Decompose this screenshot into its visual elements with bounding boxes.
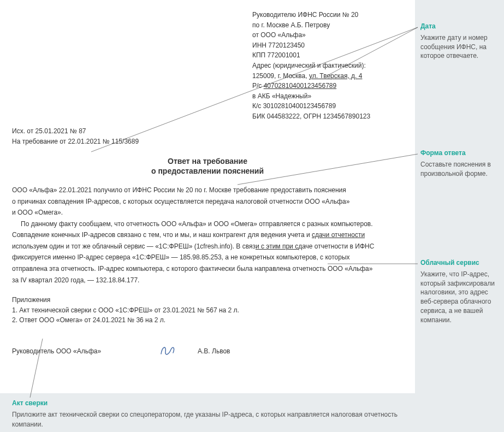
annotation-cloud: Облачный сервис Укажите, что IP-адрес, к… — [420, 258, 502, 325]
title-line: Ответ на требование — [168, 157, 247, 165]
recipient-block: Руководителю ИФНС России № 20 по г. Моск… — [252, 10, 403, 122]
recipient-line: по г. Москве А.Б. Петрову — [252, 20, 403, 31]
recipient-line: К/с 30102810400123456789 — [252, 101, 403, 111]
signer-name: А.В. Львов — [198, 347, 230, 355]
body-line: Совпадение конечных IP-адресов связано с… — [12, 230, 403, 240]
title-line: о предоставлении пояснений — [12, 167, 403, 175]
recipient-line: КПП 772001001 — [252, 50, 403, 61]
outgoing-meta: Исх. от 25.01.2021 № 87 На требование от… — [12, 126, 403, 147]
document-page: Руководителю ИФНС России № 20 по г. Моск… — [0, 0, 415, 393]
recipient-line: БИК 044583222, ОГРН 1234567890123 — [252, 111, 403, 122]
body-line: отправлена эта отчетность. IP-адрес комп… — [12, 264, 403, 274]
signature-mark — [149, 342, 187, 360]
recipient-line: от ООО «Альфа» — [252, 30, 403, 40]
annotation-title: Форма ответа — [420, 149, 502, 158]
body-line: используем один и тот же облачный сервис… — [12, 241, 403, 252]
annotation-text: Укажите, что IP-адрес, который зафиксиро… — [420, 270, 502, 325]
annotation-act: Акт сверки Приложите акт технической све… — [12, 399, 405, 429]
body-line: о причинах совпадения IP-адресов, с кото… — [12, 197, 403, 207]
annotation-title: Акт сверки — [12, 399, 405, 408]
body-line: фиксируется именно IP-адрес сервера «1С:… — [12, 252, 403, 263]
attachments-block: Приложения 1. Акт технической сверки с О… — [12, 295, 403, 326]
annotation-title: Облачный сервис — [420, 258, 502, 268]
signer-title: Руководитель ООО «Альфа» — [12, 347, 149, 355]
annotation-text: Приложите акт технической сверки со спец… — [12, 410, 405, 429]
body-line: ООО «Альфа» 22.01.2021 получило от ИФНС … — [12, 185, 403, 196]
request-reference: На требование от 22.01.2021 № 115/3689 — [12, 137, 403, 147]
signature-row: Руководитель ООО «Альфа» А.В. Львов — [12, 342, 403, 360]
body-line: По данному факту сообщаем, что отчетност… — [12, 219, 403, 229]
body-line: и ООО «Омега». — [12, 208, 403, 218]
recipient-line: ИНН 7720123450 — [252, 40, 403, 51]
annotation-text: Укажите дату и номер сообщения ИФНС, на … — [420, 33, 502, 61]
recipient-line: Руководителю ИФНС России № 20 — [252, 10, 403, 20]
body-line: за IV квартал 2020 года, — 132.18.84.177… — [12, 275, 403, 286]
recipient-line: Р/с 40702810400123456789 — [252, 81, 403, 91]
attachment-item: 2. Ответ ООО «Омега» от 24.01.2021 № 36 … — [12, 315, 403, 326]
annotation-title: Дата — [420, 22, 502, 31]
annotation-form: Форма ответа Составьте пояснения в произ… — [420, 149, 502, 178]
annotation-date: Дата Укажите дату и номер сообщения ИФНС… — [420, 22, 502, 61]
outgoing-number: Исх. от 25.01.2021 № 87 — [12, 126, 403, 137]
document-title: Ответ на требование о предоставлении поя… — [12, 157, 403, 175]
annotation-text: Составьте пояснения в произвольной форме… — [420, 160, 502, 179]
attachments-heading: Приложения — [12, 295, 403, 305]
recipient-line: 125009, г. Москва, ул. Тверская, д. 4 — [252, 71, 403, 81]
recipient-line: Адрес (юридический и фактический): — [252, 61, 403, 71]
attachment-item: 1. Акт технической сверки с ООО «1С:ФРЕШ… — [12, 305, 403, 316]
document-body: ООО «Альфа» 22.01.2021 получило от ИФНС … — [12, 185, 403, 285]
recipient-line: в АКБ «Надежный» — [252, 91, 403, 102]
